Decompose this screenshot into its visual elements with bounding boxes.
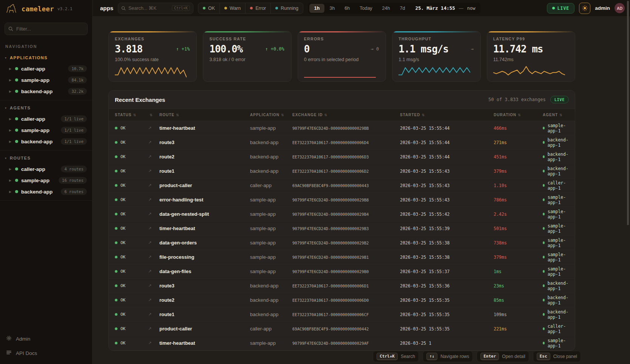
exchange-table-row[interactable]: OK ↗ data-gen-nested-split sample-app 90… (109, 207, 575, 221)
sidebar-item[interactable]: ▶ sample-app 84.1k (0, 74, 92, 86)
open-exchange-icon[interactable]: ↗ (148, 197, 159, 202)
sidebar-filter-input[interactable] (5, 23, 88, 35)
stat-card-value: 11.742 ms (493, 43, 543, 55)
open-exchange-icon[interactable]: ↗ (148, 312, 159, 317)
exchange-table-row[interactable]: OK ↗ route2 backend-app EE7322370A10617-… (109, 150, 575, 164)
open-exchange-icon[interactable]: ↗ (148, 269, 159, 274)
exchange-table-row[interactable]: OK ↗ error-handling-test sample-app 9079… (109, 193, 575, 207)
apps-tab[interactable]: apps (100, 5, 113, 11)
sidebar-item[interactable]: ▶ caller-app 4 routes (0, 163, 92, 175)
status-cell: OK (115, 341, 148, 346)
time-range-button[interactable]: 7d (395, 4, 410, 13)
open-exchange-icon[interactable]: ↗ (148, 341, 159, 346)
open-exchange-icon[interactable]: ↗ (148, 126, 159, 131)
status-filter-chip[interactable]: Running (270, 3, 303, 14)
stat-card-title: LATENCY P99 (493, 37, 569, 41)
hotkey-key: Esc (537, 353, 550, 360)
page-scrollbar[interactable] (627, 1, 629, 363)
route-cell: route1 (159, 312, 250, 317)
started-cell: 2026-03-25 1 (400, 341, 494, 346)
exchange-table-row[interactable]: OK ↗ timer-heartbeat sample-app 90799F47… (109, 221, 575, 236)
sidebar-section-header[interactable]: ▾ APPLICATIONS (0, 50, 92, 63)
sidebar-item[interactable]: ▶ backend-app 32.2k (0, 86, 92, 97)
exchange-table-row[interactable]: OK ↗ file-processing sample-app 90799F47… (109, 250, 575, 264)
duration-cell: 23ms (494, 283, 543, 289)
stat-card-value: 0 (304, 43, 310, 55)
time-range-button[interactable]: 3h (324, 4, 340, 13)
exchange-table-row[interactable]: OK ↗ route1 backend-app EE7322370A10617-… (109, 164, 575, 178)
open-exchange-icon[interactable]: ↗ (148, 283, 159, 288)
time-range-button[interactable]: 6h (340, 4, 355, 13)
time-range-group: 1h3h6hToday24h7d 25. März 14:55 — now (308, 3, 481, 14)
theme-toggle-button[interactable] (579, 3, 590, 14)
exchange-table-row[interactable]: OK ↗ route3 backend-app EE7322370A10617-… (109, 135, 575, 150)
sun-icon (582, 5, 588, 11)
status-dot (15, 179, 18, 182)
status-dot (115, 198, 117, 201)
date-range-end[interactable]: now (463, 6, 479, 11)
open-exchange-icon[interactable]: ↗ (148, 226, 159, 231)
table-column-header[interactable]: STATUS⇅ (115, 113, 148, 117)
time-range-button[interactable]: Today (355, 4, 377, 13)
sort-icon: ⇅ (176, 113, 179, 117)
status-cell: OK (115, 140, 148, 145)
exchange-table-row[interactable]: OK ↗ route2 backend-app EE7322370A10617-… (109, 293, 575, 307)
hotkey-hint: Ctrl+K Search (373, 351, 419, 362)
date-range-start[interactable]: 25. März 14:55 (410, 5, 459, 11)
status-filter-chip[interactable]: Warn (219, 3, 245, 14)
open-exchange-icon[interactable]: ↗ (148, 183, 159, 188)
sidebar-footer-item[interactable]: Admin (0, 332, 92, 346)
open-exchange-icon[interactable]: ↗ (148, 240, 159, 245)
table-column-header[interactable]: ROUTE⇅ (159, 113, 250, 117)
live-toggle-button[interactable]: LIVE (547, 3, 575, 14)
sidebar-footer-item[interactable]: API Docs (0, 346, 92, 360)
exchange-table-row[interactable]: OK ↗ timer-heartbeat sample-app 90799F47… (109, 121, 575, 135)
global-search-input[interactable]: Search... ⌘K Ctrl+K (118, 3, 193, 14)
sidebar-item[interactable]: ▶ caller-app 10.7k (0, 63, 92, 74)
status-dot (115, 184, 117, 187)
exchange-table-row[interactable]: OK ↗ route1 backend-app EE7322370A10617-… (109, 307, 575, 322)
table-column-header[interactable]: EXCHANGE ID⇅ (292, 113, 400, 117)
open-exchange-icon[interactable]: ↗ (148, 298, 159, 303)
exchange-table-row[interactable]: OK ↗ product-caller caller-app 69AC90BF8… (109, 322, 575, 336)
table-column-header[interactable]: ⇅ (148, 113, 159, 117)
duration-cell: 379ms (494, 255, 543, 260)
open-exchange-icon[interactable]: ↗ (148, 169, 159, 174)
sidebar-item[interactable]: ▶ sample-app 16 routes (0, 175, 92, 186)
open-exchange-icon[interactable]: ↗ (148, 255, 159, 260)
stat-card: SUCCESS RATE 100.0% ↑ +0.0% 3.818 ok / 0… (203, 31, 291, 82)
sidebar-item[interactable]: ▶ backend-app 1/1 live (0, 136, 92, 147)
status-dot (115, 170, 117, 172)
status-filter-chip[interactable]: Error (245, 3, 270, 14)
status-filter-chip[interactable]: OK (198, 3, 219, 14)
time-range-button[interactable]: 24h (377, 4, 395, 13)
table-column-header[interactable]: STARTED⇅ (400, 113, 494, 117)
table-column-header[interactable]: AGENT⇅ (543, 113, 569, 117)
open-exchange-icon[interactable]: ↗ (148, 154, 159, 159)
exchange-table-row[interactable]: OK ↗ product-caller caller-app 69AC90BF8… (109, 178, 575, 193)
table-column-header[interactable]: APPLICATION⇅ (250, 113, 292, 117)
exchange-table-row[interactable]: OK ↗ timer-heartbeat sample-app 90799F47… (109, 336, 575, 350)
open-exchange-icon[interactable]: ↗ (148, 326, 159, 331)
stat-card: EXCHANGES 3.818 ↑ +1% 100.0% success rat… (108, 31, 197, 82)
scrollbar-thumb[interactable] (627, 1, 629, 225)
sidebar-section-header[interactable]: ▾ ROUTES (0, 151, 92, 163)
caret-down-icon: ▾ (5, 56, 6, 60)
exchange-table-row[interactable]: OK ↗ route3 backend-app EE7322370A10617-… (109, 279, 575, 293)
exchange-table-row[interactable]: OK ↗ data-gen-files sample-app 90799F47E… (109, 264, 575, 279)
time-range-button[interactable]: 1h (309, 4, 325, 13)
exchange-table-row[interactable]: OK ↗ data-gen-orders sample-app 90799F47… (109, 236, 575, 250)
user-avatar[interactable]: AD (615, 3, 625, 13)
open-exchange-icon[interactable]: ↗ (148, 140, 159, 145)
sidebar-section-header[interactable]: ▾ AGENTS (0, 100, 92, 113)
sidebar-item[interactable]: ▶ backend-app 6 routes (0, 186, 92, 197)
brand-logo[interactable]: cameleer v3.2.1 (0, 0, 92, 18)
sidebar-item-badge: 1/1 live (61, 138, 87, 145)
caret-down-icon: ▾ (5, 157, 6, 160)
open-exchange-icon[interactable]: ↗ (148, 212, 159, 217)
status-dot (15, 90, 18, 93)
table-column-header[interactable]: DURATION⇅ (494, 113, 543, 117)
stat-card-title: SUCCESS RATE (209, 37, 285, 41)
sidebar-item[interactable]: ▶ caller-app 1/1 live (0, 113, 92, 124)
sidebar-item[interactable]: ▶ sample-app 1/1 live (0, 124, 92, 136)
